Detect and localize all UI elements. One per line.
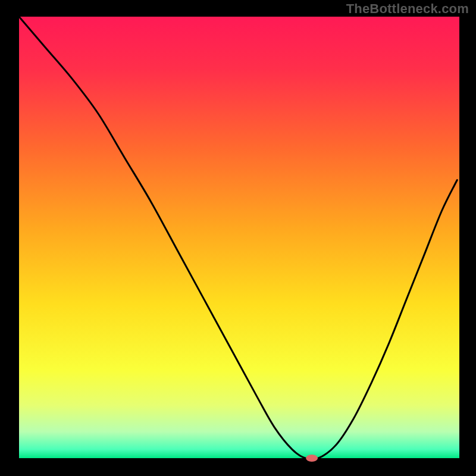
optimal-marker: [306, 455, 318, 462]
bottleneck-chart: [0, 0, 476, 476]
chart-frame: { "watermark": "TheBottleneck.com", "cha…: [0, 0, 476, 476]
watermark-text: TheBottleneck.com: [346, 1, 469, 17]
plot-background: [19, 17, 459, 458]
